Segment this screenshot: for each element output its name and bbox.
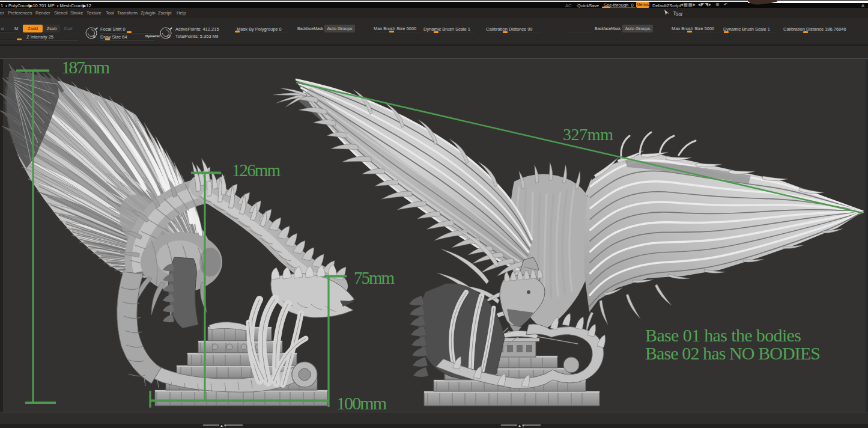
svg-text:S: S	[93, 34, 96, 38]
svg-text:187mm: 187mm	[61, 57, 110, 77]
svg-text:Tool: Tool	[673, 10, 683, 17]
svg-text:327mm: 327mm	[563, 125, 613, 144]
svg-text:75mm: 75mm	[354, 268, 395, 287]
svg-text:Base 02 has NO BODIES: Base 02 has NO BODIES	[645, 343, 821, 363]
svg-text:D: D	[168, 34, 171, 38]
svg-text:100mm: 100mm	[336, 393, 387, 413]
svg-text:126mm: 126mm	[232, 160, 281, 180]
svg-text:Base 01 has the bodies: Base 01 has the bodies	[645, 325, 801, 345]
